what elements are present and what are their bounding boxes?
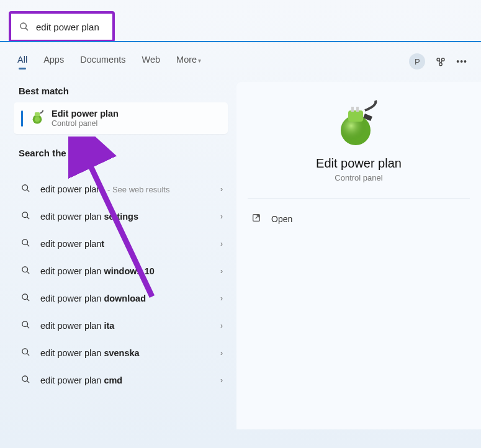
svg-point-12 <box>22 240 28 245</box>
section-search-web: Search the web <box>14 144 228 164</box>
svg-line-19 <box>27 326 29 328</box>
chevron-right-icon: › <box>220 212 223 221</box>
more-options-icon[interactable]: ••• <box>456 56 467 66</box>
chevron-right-icon: › <box>220 267 223 276</box>
svg-line-9 <box>27 189 29 192</box>
svg-point-20 <box>22 349 28 354</box>
web-result-item[interactable]: edit power plan cmd› <box>14 367 228 394</box>
chevron-right-icon: › <box>220 321 223 330</box>
svg-line-23 <box>27 380 29 383</box>
search-icon <box>21 184 30 195</box>
tab-documents[interactable]: Documents <box>80 55 125 68</box>
svg-rect-6 <box>35 112 40 116</box>
tab-more-label: More <box>176 55 197 65</box>
best-match-subtitle: Control panel <box>52 119 119 128</box>
chevron-down-icon: ▾ <box>198 57 201 64</box>
search-icon <box>17 20 31 34</box>
web-results-list: edit power plan - See web results›edit p… <box>14 176 228 394</box>
svg-point-14 <box>22 267 28 272</box>
tab-apps[interactable]: Apps <box>43 55 64 68</box>
chevron-right-icon: › <box>220 349 223 357</box>
tab-web[interactable]: Web <box>142 55 161 68</box>
web-result-label: edit power plan cmd <box>40 375 220 385</box>
best-match-result[interactable]: Edit power plan Control panel <box>14 102 228 134</box>
tab-more[interactable]: More▾ <box>176 55 201 68</box>
svg-line-15 <box>27 271 29 274</box>
chevron-right-icon: › <box>220 294 223 303</box>
chevron-right-icon: › <box>220 376 223 385</box>
svg-point-4 <box>439 63 443 66</box>
web-result-item[interactable]: edit power plan - See web results› <box>14 176 228 203</box>
preview-subtitle: Control panel <box>248 173 470 182</box>
svg-point-8 <box>22 185 28 190</box>
search-icon <box>21 347 30 359</box>
chevron-right-icon: › <box>220 240 223 248</box>
search-input[interactable] <box>36 22 104 32</box>
web-result-label: edit power plan svenska <box>40 348 220 358</box>
chevron-right-icon: › <box>220 185 223 194</box>
share-icon[interactable] <box>434 55 447 68</box>
web-result-label: edit power plan settings <box>40 212 220 222</box>
svg-point-22 <box>22 376 28 382</box>
web-result-item[interactable]: edit power plant› <box>14 230 228 258</box>
svg-line-17 <box>27 298 29 301</box>
preview-pane: Edit power plan Control panel Open <box>236 82 481 429</box>
search-icon <box>21 375 30 386</box>
web-result-label: edit power plan - See web results <box>40 184 220 194</box>
svg-rect-27 <box>351 107 354 112</box>
section-best-match: Best match <box>14 82 228 102</box>
svg-point-0 <box>20 23 26 29</box>
search-icon <box>21 238 30 249</box>
web-result-label: edit power plan windows 10 <box>40 266 220 276</box>
svg-line-11 <box>27 217 29 219</box>
best-match-title: Edit power plan <box>52 109 119 119</box>
svg-point-7 <box>35 117 40 122</box>
selection-indicator <box>21 110 23 127</box>
svg-line-1 <box>25 28 28 30</box>
search-icon <box>21 320 30 331</box>
preview-battery-icon <box>331 99 387 148</box>
web-result-item[interactable]: edit power plan settings› <box>14 203 228 230</box>
web-result-item[interactable]: edit power plan svenska› <box>14 339 228 367</box>
battery-icon <box>29 109 45 128</box>
open-label: Open <box>271 214 292 224</box>
open-icon <box>251 213 261 225</box>
web-result-item[interactable]: edit power plan windows 10› <box>14 258 228 285</box>
search-icon <box>21 266 30 277</box>
web-result-label: edit power plant <box>40 239 220 249</box>
svg-rect-26 <box>348 110 363 122</box>
user-avatar[interactable]: P <box>409 53 425 69</box>
web-result-item[interactable]: edit power plan download› <box>14 285 228 312</box>
svg-line-21 <box>27 353 29 356</box>
search-icon <box>21 293 30 304</box>
svg-point-16 <box>22 294 28 300</box>
open-action[interactable]: Open <box>248 208 470 230</box>
svg-point-10 <box>22 212 28 218</box>
svg-point-18 <box>22 321 28 327</box>
search-icon <box>21 211 30 222</box>
svg-rect-28 <box>356 107 359 112</box>
web-result-label: edit power plan download <box>40 293 220 303</box>
tab-all[interactable]: All <box>17 55 27 68</box>
svg-line-13 <box>27 244 29 246</box>
web-result-label: edit power plan ita <box>40 321 220 331</box>
web-result-item[interactable]: edit power plan ita› <box>14 312 228 339</box>
preview-divider <box>248 199 470 199</box>
preview-title: Edit power plan <box>248 156 470 171</box>
search-box[interactable] <box>9 11 115 42</box>
